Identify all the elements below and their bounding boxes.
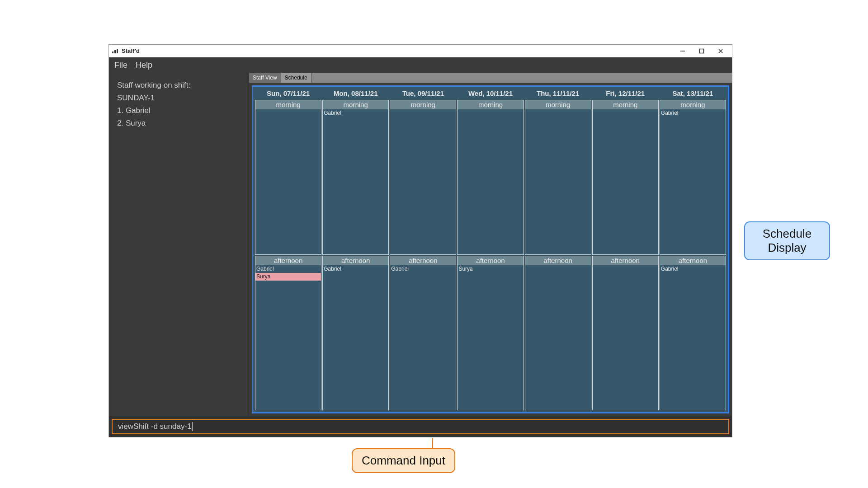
window-controls xyxy=(679,47,729,55)
slot-body: Gabriel xyxy=(390,265,456,410)
shift-slot-morning[interactable]: morning xyxy=(457,100,524,255)
window-title: Staff'd xyxy=(122,47,140,54)
main-row: Staff working on shift: SUNDAY-1 1. Gabr… xyxy=(109,73,732,416)
sidebar: Staff working on shift: SUNDAY-1 1. Gabr… xyxy=(109,73,249,416)
slot-header: morning xyxy=(458,100,523,109)
shift-slot-afternoon[interactable]: afternoonSurya xyxy=(457,256,524,411)
slot-header: afternoon xyxy=(660,256,726,265)
callout-label: Schedule Display xyxy=(763,227,811,254)
day-column: Sat, 13/11/21morningGabrielafternoonGabr… xyxy=(660,89,726,410)
svg-rect-2 xyxy=(117,49,118,53)
menu-file[interactable]: File xyxy=(114,61,127,70)
day-header: Mon, 08/11/21 xyxy=(322,89,389,99)
day-column: Fri, 12/11/21morningafternoon xyxy=(592,89,659,410)
staff-entry[interactable]: Gabriel xyxy=(255,265,321,273)
slot-body: Surya xyxy=(458,265,523,410)
staff-entry[interactable]: Gabriel xyxy=(323,265,388,273)
slot-body xyxy=(593,265,658,410)
svg-rect-0 xyxy=(112,52,113,53)
day-header: Sun, 07/11/21 xyxy=(255,89,321,99)
shift-slot-afternoon[interactable]: afternoon xyxy=(592,256,659,411)
day-header: Fri, 12/11/21 xyxy=(592,89,659,99)
slot-header: morning xyxy=(255,100,321,109)
slot-body xyxy=(458,109,523,254)
day-header: Wed, 10/11/21 xyxy=(457,89,524,99)
shift-slot-morning[interactable]: morning xyxy=(255,100,321,255)
svg-rect-4 xyxy=(700,49,704,53)
text-caret-icon xyxy=(192,422,193,431)
tab-schedule[interactable]: Schedule xyxy=(281,73,311,83)
sidebar-shift-id: SUNDAY-1 xyxy=(117,92,241,104)
slot-body: Gabriel xyxy=(660,265,726,410)
close-button[interactable] xyxy=(717,47,725,55)
staff-entry[interactable]: Surya xyxy=(458,265,523,273)
command-input[interactable]: viewShift -d sunday-1 xyxy=(112,419,729,434)
day-column: Thu, 11/11/21morningafternoon xyxy=(525,89,591,410)
menu-help[interactable]: Help xyxy=(136,61,152,70)
tab-staff-view[interactable]: Staff View xyxy=(249,73,281,83)
app-window: Staff'd File Help Staff working on shift… xyxy=(108,44,732,437)
slot-header: morning xyxy=(390,100,456,109)
day-column: Sun, 07/11/21morningafternoonGabrielSury… xyxy=(255,89,321,410)
svg-rect-1 xyxy=(114,50,116,53)
slot-header: morning xyxy=(593,100,658,109)
slot-body xyxy=(390,109,456,254)
sidebar-staff-item: 1. Gabriel xyxy=(117,104,241,117)
connector-line xyxy=(432,438,433,448)
shift-slot-afternoon[interactable]: afternoonGabrielSurya xyxy=(255,256,321,411)
staff-entry[interactable]: Gabriel xyxy=(323,109,388,117)
slot-header: afternoon xyxy=(323,256,388,265)
slot-body: GabrielSurya xyxy=(255,265,321,410)
slot-header: morning xyxy=(660,100,726,109)
titlebar: Staff'd xyxy=(109,45,732,57)
shift-slot-morning[interactable]: morningGabriel xyxy=(660,100,726,255)
schedule-wrap: Sun, 07/11/21morningafternoonGabrielSury… xyxy=(249,83,732,416)
app-body: File Help Staff working on shift: SUNDAY… xyxy=(109,57,732,437)
schedule-grid: Sun, 07/11/21morningafternoonGabrielSury… xyxy=(252,85,729,413)
shift-slot-morning[interactable]: morning xyxy=(390,100,456,255)
day-header: Thu, 11/11/21 xyxy=(525,89,591,99)
shift-slot-morning[interactable]: morning xyxy=(592,100,659,255)
slot-header: afternoon xyxy=(255,256,321,265)
day-column: Mon, 08/11/21morningGabrielafternoonGabr… xyxy=(322,89,389,410)
shift-slot-afternoon[interactable]: afternoonGabriel xyxy=(322,256,389,411)
app-icon xyxy=(112,47,119,55)
shift-slot-afternoon[interactable]: afternoonGabriel xyxy=(660,256,726,411)
slot-body: Gabriel xyxy=(323,265,388,410)
slot-body xyxy=(525,109,591,254)
slot-header: afternoon xyxy=(458,256,523,265)
staff-entry[interactable]: Gabriel xyxy=(390,265,456,273)
command-input-text: viewShift -d sunday-1 xyxy=(118,422,192,431)
slot-body xyxy=(255,109,321,254)
shift-slot-afternoon[interactable]: afternoon xyxy=(525,256,591,411)
slot-header: afternoon xyxy=(525,256,591,265)
slot-header: morning xyxy=(323,100,388,109)
tab-strip: Staff View Schedule xyxy=(249,73,732,83)
day-header: Sat, 13/11/21 xyxy=(660,89,726,99)
day-header: Tue, 09/11/21 xyxy=(390,89,456,99)
sidebar-staff-item: 2. Surya xyxy=(117,117,241,130)
day-column: Wed, 10/11/21morningafternoonSurya xyxy=(457,89,524,410)
minimize-button[interactable] xyxy=(679,47,687,55)
shift-slot-afternoon[interactable]: afternoonGabriel xyxy=(390,256,456,411)
menubar: File Help xyxy=(109,57,732,73)
sidebar-heading: Staff working on shift: xyxy=(117,79,241,92)
maximize-button[interactable] xyxy=(698,47,706,55)
slot-header: morning xyxy=(525,100,591,109)
callout-command-input: Command Input xyxy=(352,448,455,473)
slot-body xyxy=(525,265,591,410)
staff-entry[interactable]: Gabriel xyxy=(660,265,726,273)
staff-entry[interactable]: Gabriel xyxy=(660,109,726,117)
content-area: Staff View Schedule Sun, 07/11/21morning… xyxy=(249,73,732,416)
day-column: Tue, 09/11/21morningafternoonGabriel xyxy=(390,89,456,410)
shift-slot-morning[interactable]: morningGabriel xyxy=(322,100,389,255)
command-row: viewShift -d sunday-1 xyxy=(109,416,732,437)
slot-body: Gabriel xyxy=(660,109,726,254)
callout-schedule-display: Schedule Display xyxy=(744,221,830,260)
slot-body: Gabriel xyxy=(323,109,388,254)
slot-header: afternoon xyxy=(593,256,658,265)
shift-slot-morning[interactable]: morning xyxy=(525,100,591,255)
slot-body xyxy=(593,109,658,254)
staff-entry[interactable]: Surya xyxy=(255,273,321,281)
slot-header: afternoon xyxy=(390,256,456,265)
